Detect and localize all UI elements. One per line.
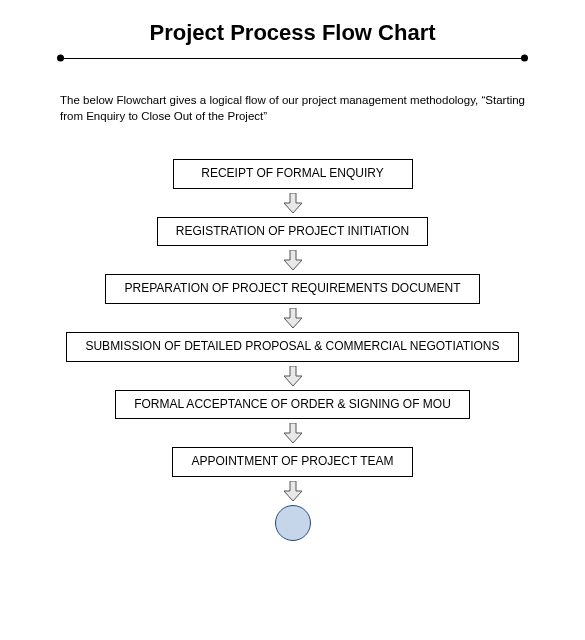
step-box-2: REGISTRATION OF PROJECT INITIATION bbox=[157, 217, 428, 247]
divider bbox=[60, 54, 525, 62]
title-container: Project Process Flow Chart bbox=[40, 20, 545, 46]
arrow-5 bbox=[284, 419, 302, 447]
divider-dot-right bbox=[521, 55, 528, 62]
step-box-6: APPOINTMENT OF PROJECT TEAM bbox=[172, 447, 412, 477]
step-box-4: SUBMISSION OF DETAILED PROPOSAL & COMMER… bbox=[66, 332, 518, 362]
description-text: The below Flowchart gives a logical flow… bbox=[60, 92, 525, 124]
down-arrow-icon bbox=[284, 423, 302, 443]
divider-line bbox=[60, 58, 525, 59]
arrow-1 bbox=[284, 189, 302, 217]
arrow-6 bbox=[284, 477, 302, 505]
arrow-4 bbox=[284, 362, 302, 390]
step-box-5: FORMAL ACCEPTANCE OF ORDER & SIGNING OF … bbox=[115, 390, 470, 420]
down-arrow-icon bbox=[284, 250, 302, 270]
down-arrow-icon bbox=[284, 366, 302, 386]
down-arrow-icon bbox=[284, 193, 302, 213]
down-arrow-icon bbox=[284, 481, 302, 501]
connector-circle bbox=[275, 505, 311, 541]
down-arrow-icon bbox=[284, 308, 302, 328]
step-box-3: PREPARATION OF PROJECT REQUIREMENTS DOCU… bbox=[105, 274, 479, 304]
arrow-3 bbox=[284, 304, 302, 332]
page-title: Project Process Flow Chart bbox=[40, 20, 545, 46]
step-box-1: RECEIPT OF FORMAL ENQUIRY bbox=[173, 159, 413, 189]
arrow-2 bbox=[284, 246, 302, 274]
flowchart: RECEIPT OF FORMAL ENQUIRY REGISTRATION O… bbox=[40, 159, 545, 541]
